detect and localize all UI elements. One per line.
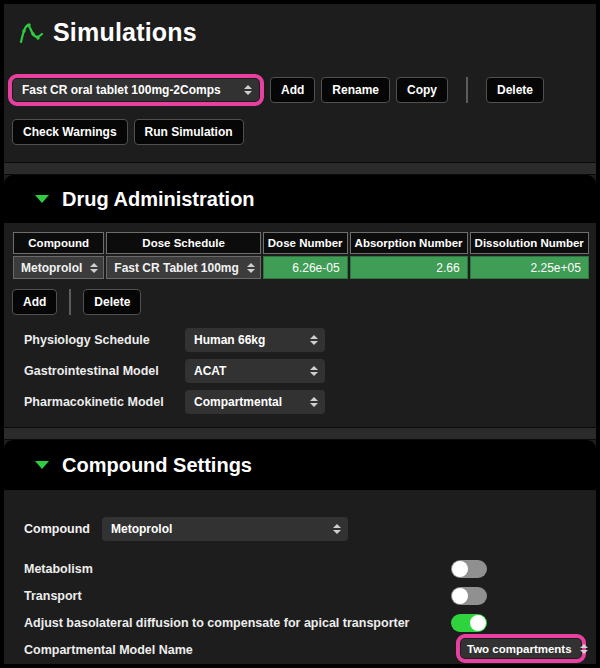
col-header-dissolution-number: Dissolution Number — [470, 232, 589, 254]
page-title: Simulations — [53, 18, 197, 47]
physiology-schedule-label: Physiology Schedule — [24, 333, 185, 347]
rename-simulation-button[interactable]: Rename — [321, 77, 390, 103]
simulation-select-value: Fast CR oral tablet 100mg-2Comps — [22, 83, 221, 97]
basolateral-diffusion-row: Adjust basolateral diffusion to compensa… — [4, 609, 596, 636]
gastrointestinal-model-select[interactable]: ACAT — [185, 359, 325, 383]
dissolution-number-cell: 2.25e+05 — [470, 256, 589, 279]
dose-table-header-row: Compound Dose Schedule Dose Number Absor… — [13, 232, 589, 254]
physiology-schedule-row: Physiology Schedule Human 66kg — [24, 328, 596, 352]
compartmental-model-name-row: Compartmental Model Name Two compartment… — [4, 636, 596, 663]
dose-table-buttons: Add Delete — [12, 289, 596, 315]
add-simulation-button[interactable]: Add — [270, 77, 315, 103]
transport-row: Transport — [4, 582, 596, 609]
metabolism-toggle[interactable] — [451, 560, 487, 578]
copy-simulation-button[interactable]: Copy — [396, 77, 448, 103]
drug-administration-body: Compound Dose Schedule Dose Number Absor… — [4, 223, 596, 427]
col-header-dose-number: Dose Number — [263, 232, 348, 254]
add-dose-button[interactable]: Add — [12, 289, 57, 315]
pharmacokinetic-model-label: Pharmacokinetic Model — [24, 395, 185, 409]
titlebar: Simulations — [4, 4, 596, 60]
toggle-knob — [470, 615, 486, 631]
drug-administration-header[interactable]: Drug Administration — [4, 175, 596, 223]
compound-row: Compound Metoprolol — [24, 516, 596, 542]
gastrointestinal-model-value: ACAT — [194, 364, 226, 378]
dose-buttons-divider — [69, 289, 71, 315]
compartmental-model-value: Two compartments — [467, 643, 572, 655]
simulations-page: Simulations Fast CR oral tablet 100mg-2C… — [4, 4, 596, 664]
toggle-knob — [452, 561, 468, 577]
up-down-spinner-icon — [580, 644, 588, 654]
basolateral-diffusion-label: Adjust basolateral diffusion to compensa… — [24, 616, 410, 630]
check-warnings-button[interactable]: Check Warnings — [12, 119, 128, 145]
col-header-compound: Compound — [13, 232, 104, 254]
dose-schedule-cell-select[interactable]: Fast CR Tablet 100mg — [106, 256, 260, 279]
gastrointestinal-model-label: Gastrointestinal Model — [24, 364, 185, 378]
app-window: Simulations Fast CR oral tablet 100mg-2C… — [0, 0, 600, 668]
up-down-spinner-icon — [310, 366, 318, 376]
dose-table: Compound Dose Schedule Dose Number Absor… — [11, 230, 591, 281]
absorption-number-cell: 2.66 — [350, 256, 468, 279]
metabolism-label: Metabolism — [24, 562, 93, 576]
drug-administration-title: Drug Administration — [62, 188, 255, 211]
transport-toggle[interactable] — [451, 587, 487, 605]
compound-select-value: Metoprolol — [111, 522, 172, 536]
toggle-knob — [452, 588, 468, 604]
highlight-annotation-simulation-select: Fast CR oral tablet 100mg-2Comps — [8, 74, 264, 106]
up-down-spinner-icon — [333, 524, 341, 534]
run-toolbar-row: Check Warnings Run Simulation — [12, 119, 596, 145]
caret-down-icon — [35, 461, 49, 469]
run-simulation-button[interactable]: Run Simulation — [134, 119, 244, 145]
col-header-absorption-number: Absorption Number — [350, 232, 468, 254]
pharmacokinetic-model-row: Pharmacokinetic Model Compartmental — [24, 390, 596, 414]
simulation-select[interactable]: Fast CR oral tablet 100mg-2Comps — [13, 79, 259, 101]
model-field-rows: Physiology Schedule Human 66kg Gastroint… — [24, 328, 596, 414]
basolateral-diffusion-toggle[interactable] — [451, 614, 487, 632]
gastrointestinal-model-row: Gastrointestinal Model ACAT — [24, 359, 596, 383]
pk-curve-icon — [18, 19, 44, 45]
up-down-spinner-icon — [244, 85, 252, 95]
highlight-annotation-model-select: Two compartments — [456, 634, 586, 663]
caret-down-icon — [35, 195, 49, 203]
toggle-rows: Metabolism Transport Adjust basolateral … — [4, 555, 596, 636]
up-down-spinner-icon — [90, 263, 98, 273]
delete-dose-button[interactable]: Delete — [83, 289, 141, 315]
toolbar-divider — [466, 77, 468, 103]
dose-schedule-cell-value: Fast CR Tablet 100mg — [114, 261, 238, 275]
compound-label: Compound — [24, 522, 102, 536]
col-header-dose-schedule: Dose Schedule — [106, 232, 260, 254]
section-separator — [4, 427, 596, 440]
metabolism-row: Metabolism — [4, 555, 596, 582]
compound-cell-select[interactable]: Metoprolol — [13, 256, 104, 279]
compartmental-model-select[interactable]: Two compartments — [461, 639, 581, 658]
physiology-schedule-select[interactable]: Human 66kg — [185, 328, 325, 352]
toolbar: Fast CR oral tablet 100mg-2Comps Add Ren… — [4, 60, 596, 162]
transport-label: Transport — [24, 589, 82, 603]
up-down-spinner-icon — [310, 397, 318, 407]
simulation-toolbar-row: Fast CR oral tablet 100mg-2Comps Add Ren… — [8, 74, 596, 106]
physiology-schedule-value: Human 66kg — [194, 333, 265, 347]
compound-settings-title: Compound Settings — [62, 454, 252, 477]
compound-settings-body: Compound Metoprolol Metabolism Transport… — [4, 490, 596, 664]
pharmacokinetic-model-select[interactable]: Compartmental — [185, 390, 325, 414]
compound-settings-header[interactable]: Compound Settings — [4, 440, 596, 490]
dose-table-row: Metoprolol Fast CR Tablet 100mg 6.26e-05… — [13, 256, 589, 279]
pharmacokinetic-model-value: Compartmental — [194, 395, 282, 409]
compound-cell-value: Metoprolol — [21, 261, 82, 275]
up-down-spinner-icon — [310, 335, 318, 345]
dose-number-cell: 6.26e-05 — [263, 256, 348, 279]
compartmental-model-name-label: Compartmental Model Name — [24, 643, 193, 657]
delete-simulation-button[interactable]: Delete — [486, 77, 544, 103]
up-down-spinner-icon — [247, 263, 255, 273]
compound-select[interactable]: Metoprolol — [102, 517, 348, 541]
section-separator — [4, 162, 596, 175]
